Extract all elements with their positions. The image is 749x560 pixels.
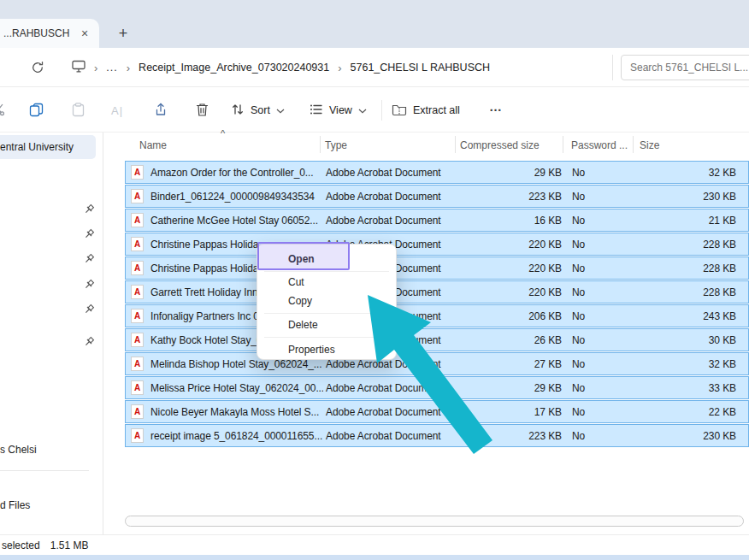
file-password: No [572,382,585,394]
file-row[interactable]: AAmazon Order for the Controller_0...Ado… [125,161,749,184]
file-size: 33 KB [639,382,736,394]
file-password: No [572,191,585,203]
pin-icon[interactable] [83,336,95,348]
file-name: Binder1_061224_000009849343534 [150,191,323,203]
file-size: 228 KB [639,239,736,251]
file-row[interactable]: AInfonaligy Partners Inc 0...Adobe Acrob… [125,304,749,327]
file-compressed-size: 27 KB [454,358,562,370]
this-pc-icon[interactable] [72,60,86,75]
tab-strip: ...RAHBUSCH × + [0,0,749,48]
file-password: No [572,167,585,179]
taskbar-edge [0,555,749,560]
file-size: 32 KB [639,167,736,179]
pin-icon[interactable] [83,228,95,240]
zip-folder-icon [392,103,407,119]
extract-all-button[interactable]: Extract all [392,98,460,122]
column-header-password[interactable]: Password ... [571,139,628,151]
navigation-bar: › ... › Receipt_Image_Archive_0730202409… [0,48,749,87]
file-size: 230 KB [639,191,736,203]
status-size-label: 1.51 MB [50,539,89,551]
chevron-down-icon [276,104,285,116]
breadcrumb-ellipsis-button[interactable]: ... [106,62,117,74]
context-menu-item-copy[interactable]: Copy [257,292,396,310]
file-compressed-size: 26 KB [454,334,562,346]
breadcrumb: › ... › Receipt_Image_Archive_0730202409… [72,48,490,87]
file-password: No [572,358,585,370]
file-type: Adobe Acrobat Document [326,358,441,370]
file-size: 30 KB [639,334,736,346]
file-password: No [572,239,585,251]
file-row[interactable]: AMelissa Price Hotel Stay_062024_00...Ad… [125,376,749,399]
view-button[interactable]: View [310,98,367,122]
search-input[interactable]: Search 5761_CHELSI L... [621,55,749,80]
pdf-icon: A [131,165,144,180]
file-row[interactable]: AMelinda Bishop Hotel Stay_062024_...Ado… [125,352,749,375]
breadcrumb-item-current-folder[interactable]: 5761_CHELSI L RAHBUSCH [351,62,491,74]
pdf-icon: A [131,404,144,419]
file-type: Adobe Acrobat Document [326,430,441,442]
file-row[interactable]: ANicole Beyer Makayla Moss Hotel S...Ado… [125,400,749,423]
pdf-icon: A [131,261,144,275]
file-row[interactable]: AGarrett Trett Holiday Inn...Adobe Acrob… [125,280,749,304]
explorer-tab[interactable]: ...RAHBUSCH × [0,19,99,48]
file-row[interactable]: Areceipt image 5_061824_000011655...Adob… [125,424,749,447]
pdf-icon: A [131,380,144,395]
paste-icon [72,103,85,121]
file-row[interactable]: AChristine Pappas Holida...Adobe Acrobat… [125,256,749,280]
command-toolbar: A| Sort View [0,87,749,133]
pdf-icon: A [131,309,144,323]
column-header-name[interactable]: Name [139,139,167,151]
tab-close-icon[interactable]: × [77,26,92,41]
file-row[interactable]: AChristine Pappas Holida...Adobe Acrobat… [125,233,749,256]
sort-button[interactable]: Sort [231,98,285,122]
toolbar-divider [381,100,382,121]
file-password: No [572,406,585,418]
more-options-button[interactable]: … [489,99,503,114]
file-row[interactable]: ABinder1_061224_000009849343534Adobe Acr… [125,185,749,208]
pdf-icon: A [131,333,144,347]
sidebar-item-chelsi[interactable]: s Chelsi [0,444,37,456]
sidebar-item-active[interactable]: entral University [0,135,96,159]
pin-icon[interactable] [83,279,95,291]
context-menu-divider [264,271,389,272]
pin-icon[interactable] [83,253,95,265]
pin-icon[interactable] [83,203,95,215]
pdf-icon: A [131,237,144,251]
copy-icon[interactable] [29,103,44,121]
cut-icon[interactable] [0,103,6,120]
new-tab-button[interactable]: + [114,24,133,43]
sort-icon [231,103,245,119]
horizontal-scrollbar[interactable] [125,516,744,527]
context-menu-item-delete[interactable]: Delete [257,315,396,334]
pdf-icon: A [131,189,144,203]
column-header-size[interactable]: Size [640,139,659,151]
file-compressed-size: 223 KB [454,430,562,442]
context-menu-divider [264,337,389,338]
file-password: No [572,262,585,274]
file-compressed-size: 223 KB [454,191,562,203]
file-list-rows: AAmazon Order for the Controller_0...Ado… [125,161,749,448]
refresh-icon[interactable] [31,61,44,78]
file-row[interactable]: AKathy Bock Hotel Stay_0...Adobe Acrobat… [125,328,749,351]
column-divider [455,136,456,153]
column-header-compressed-size[interactable]: Compressed size [460,139,540,151]
file-password: No [572,286,585,298]
breadcrumb-chevron-icon: › [127,62,130,74]
view-icon [310,103,323,119]
file-row[interactable]: ACatherine McGee Hotel Stay 06052...Adob… [125,209,749,232]
file-name: Melissa Price Hotel Stay_062024_00... [150,382,323,394]
file-name: Catherine McGee Hotel Stay 06052... [150,215,323,227]
share-icon[interactable] [154,103,168,120]
context-menu-item-properties[interactable]: Properties [257,340,396,359]
context-menu-item-cut[interactable]: Cut [257,273,396,292]
explorer-window: ...RAHBUSCH × + › ... › Receipt_Image_Ar… [0,0,749,560]
column-header-type[interactable]: Type [325,139,347,151]
file-size: 228 KB [639,286,736,298]
breadcrumb-chevron-icon: › [338,62,341,74]
pin-icon[interactable] [83,304,95,315]
column-divider [633,136,634,153]
breadcrumb-item-archive[interactable]: Receipt_Image_Archive_073020240931 [139,62,329,74]
file-type: Adobe Acrobat Document [326,382,441,394]
delete-icon[interactable] [196,103,209,121]
sidebar-item-files[interactable]: d Files [0,499,30,511]
